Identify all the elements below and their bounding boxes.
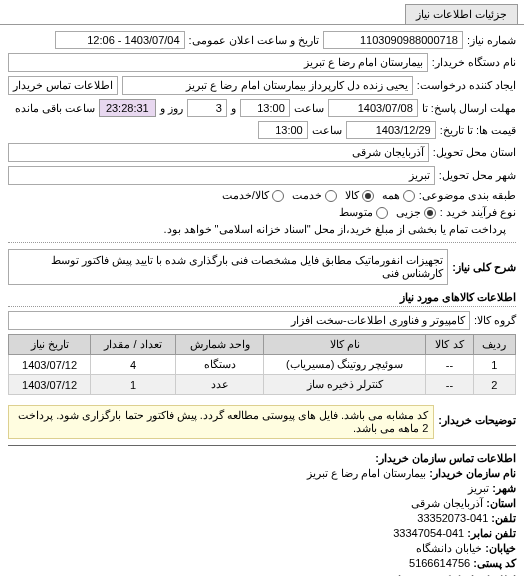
table-row[interactable]: 1 -- سوئیچر روتینگ (مسیریاب) دستگاه 4 14… (9, 355, 516, 375)
need-number: 1103090988000718 (323, 31, 463, 49)
street-value: خیابان دانشگاه (416, 542, 482, 554)
radio-small[interactable]: جزیی (396, 206, 436, 219)
fax-value: 041-33347054 (393, 527, 464, 539)
buy-process-radio-group: جزیی متوسط (339, 206, 436, 219)
col-date: تاریخ نیاز (9, 335, 91, 355)
requester: یحیی زنده دل کارپرداز بیمارستان امام رضا… (122, 76, 413, 95)
contact-section-title: اطلاعات تماس سازمان خریدار: (8, 452, 516, 465)
contact-buyer-button[interactable]: اطلاعات تماس خریدار (8, 76, 118, 95)
buyer-org: بیمارستان امام رضا ع تبریز (8, 53, 428, 72)
buy-process-label: نوع فرآیند خرید : (440, 206, 516, 219)
org-label: نام سازمان خریدار: (429, 467, 516, 479)
delivery-province: آذربایجان شرقی (8, 143, 429, 162)
group-label: گروه کالا: (474, 314, 516, 327)
ccity-label: شهر: (492, 482, 516, 494)
table-row[interactable]: 2 -- کنترلر ذخیره ساز عدد 1 1403/07/12 (9, 375, 516, 395)
category-radio-group: همه کالا خدمت کالا/خدمت (222, 189, 415, 202)
fax-label: تلفن نمابر: (467, 527, 516, 539)
tab-need-details[interactable]: جزئیات اطلاعات نیاز (405, 4, 518, 24)
goods-group: کامپیوتر و فناوری اطلاعات-سخت افزار (8, 311, 470, 330)
radio-medium[interactable]: متوسط (339, 206, 388, 219)
need-title: تجهیزات انفورماتیک مطابق فایل مشخصات فنی… (8, 249, 448, 285)
buyer-note: کد مشابه می باشد. فایل های پیوستی مطالعه… (8, 405, 434, 439)
cprovince-value: آذربایجان شرقی (411, 497, 483, 509)
radio-all[interactable]: همه (382, 189, 415, 202)
col-qty: تعداد / مقدار (91, 335, 176, 355)
remaining-time: 23:28:31 (99, 99, 156, 117)
city-label: شهر محل تحویل: (439, 169, 516, 182)
category-label: طبقه بندی موضوعی: (419, 189, 516, 202)
street-label: خیابان: (485, 542, 516, 554)
col-name: نام کالا (264, 335, 426, 355)
remaining-suffix: ساعت باقی مانده (15, 102, 95, 115)
time-label-2: ساعت (312, 124, 342, 137)
requester-label: ایجاد کننده درخواست: (417, 79, 516, 92)
postal-value: 5166614756 (409, 557, 470, 569)
goods-table: ردیف کد کالا نام کالا واحد شمارش تعداد /… (8, 334, 516, 395)
ccity-value: تبریز (468, 482, 489, 494)
buyer-org-label: نام دستگاه خریدار: (432, 56, 516, 69)
remaining-days-label: روز و (160, 102, 183, 115)
postal-label: کد پستی: (473, 557, 516, 569)
deadline-time: 13:00 (240, 99, 290, 117)
price-until-label: قیمت ها: تا تاریخ: (440, 124, 516, 137)
delivery-city: تبریز (8, 166, 435, 185)
col-unit: واحد شمارش (175, 335, 263, 355)
price-until-time: 13:00 (258, 121, 308, 139)
number-label: شماره نیاز: (467, 34, 516, 47)
deadline-date: 1403/07/08 (328, 99, 418, 117)
radio-service[interactable]: خدمت (292, 189, 337, 202)
announce-label: تاریخ و ساعت اعلان عمومی: (189, 34, 319, 47)
org-value: بیمارستان امام رضا ع تبریز (307, 467, 426, 479)
goods-section-title: اطلاعات کالاهای مورد نیاز (8, 291, 516, 307)
radio-goods-service[interactable]: کالا/خدمت (222, 189, 284, 202)
price-until-date: 1403/12/29 (346, 121, 436, 139)
days-remaining: 3 (187, 99, 227, 117)
cprovince-label: استان: (486, 497, 516, 509)
need-title-label: شرح کلی نیاز: (452, 261, 516, 274)
radio-goods[interactable]: کالا (345, 189, 374, 202)
phone-label: تلفن: (491, 512, 516, 524)
phone-value: 041-33352073 (417, 512, 488, 524)
province-label: استان محل تحویل: (433, 146, 516, 159)
and-label: و (231, 102, 236, 115)
deadline-label: مهلت ارسال پاسخ: تا (422, 102, 516, 115)
col-code: کد کالا (426, 335, 473, 355)
payment-note: پرداخت تمام یا بخشی از مبلغ خرید،از محل … (163, 223, 506, 236)
buyer-note-label: توضیحات خریدار: (438, 414, 516, 427)
announce-datetime: 1403/07/04 - 12:06 (55, 31, 185, 49)
col-num: ردیف (473, 335, 515, 355)
time-label-1: ساعت (294, 102, 324, 115)
